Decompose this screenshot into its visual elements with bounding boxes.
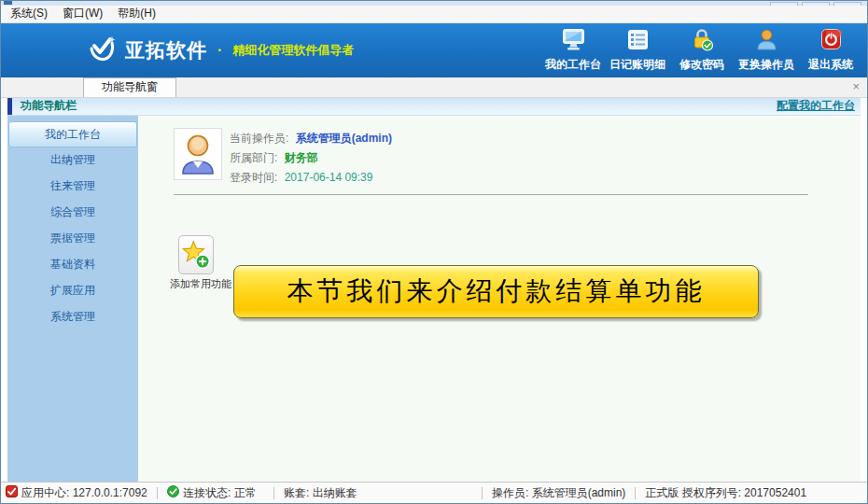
sidebar-item-contacts-management[interactable]: 往来管理 xyxy=(8,174,137,200)
workspace-main: 当前操作员: 系统管理员(admin) 所属部门: 财务部 登录时间: 2017… xyxy=(138,116,861,482)
status-bar: 应用中心: 127.0.0.1:7092 连接状态: 正常 账套: 出纳账套 操… xyxy=(1,482,867,503)
status-separator xyxy=(482,487,483,499)
app-header: 亚拓软件 · 精细化管理软件倡导者 我的工作台 xyxy=(1,23,867,77)
header-toolbar: 我的工作台 日记账明细 xyxy=(544,28,867,73)
department-value: 财务部 xyxy=(285,151,318,164)
sidebar-item-comprehensive-management[interactable]: 综合管理 xyxy=(8,200,137,226)
switch-user-icon xyxy=(754,28,779,54)
app-window: 系统(S) 窗口(W) 帮助(H) 亚拓软件 · 精细化管理软件倡导者 xyxy=(0,0,868,504)
toolbar-switch-operator-button[interactable]: 更换操作员 xyxy=(737,28,795,73)
current-operator-row: 当前操作员: 系统管理员(admin) xyxy=(230,129,392,148)
sidebar-item-system-management[interactable]: 系统管理 xyxy=(8,304,137,330)
tutorial-banner: 本节我们来介绍付款结算单功能 xyxy=(233,265,759,318)
star-plus-icon xyxy=(178,235,214,274)
tab-function-navigator[interactable]: 功能导航窗 xyxy=(83,77,176,97)
toolbar-exit-system-button[interactable]: 退出系统 xyxy=(802,28,860,73)
tab-strip: 功能导航窗 × xyxy=(1,77,867,98)
status-account-set: 账套: 出纳账套 xyxy=(284,485,416,501)
toolbar-change-password-button[interactable]: 修改密码 xyxy=(673,28,731,73)
status-license: 正式版 授权序列号: 2017052401 xyxy=(645,485,806,501)
nav-sidebar: 我的工作台 出纳管理 往来管理 综合管理 票据管理 基础资料 扩展应用 系统管理 xyxy=(7,116,138,482)
status-separator xyxy=(157,487,158,499)
status-connection: 连接状态: 正常 xyxy=(167,485,264,501)
brand-slogan: 精细化管理软件倡导者 xyxy=(232,42,354,59)
section-divider xyxy=(174,194,808,195)
sidebar-item-extended-apps[interactable]: 扩展应用 xyxy=(8,278,137,304)
ledger-icon xyxy=(625,28,651,54)
yatuo-logo-icon xyxy=(85,34,117,67)
status-separator xyxy=(635,487,636,499)
department-row: 所属部门: 财务部 xyxy=(230,148,392,168)
toolbar-journal-detail-button[interactable]: 日记账明细 xyxy=(609,28,666,73)
status-separator xyxy=(273,487,274,499)
menu-item-window[interactable]: 窗口(W) xyxy=(63,6,103,21)
window-titlebar xyxy=(1,1,867,6)
body-row: 我的工作台 出纳管理 往来管理 综合管理 票据管理 基础资料 扩展应用 系统管理… xyxy=(7,116,861,482)
sidebar-item-basic-data[interactable]: 基础资料 xyxy=(8,252,137,278)
status-operator: 操作员: 系统管理员(admin) xyxy=(492,485,625,501)
power-icon xyxy=(819,28,844,54)
panel-accent-bar xyxy=(7,97,12,115)
current-operator-value: 系统管理员(admin) xyxy=(296,132,392,145)
brand-name: 亚拓软件 xyxy=(125,37,207,63)
close-icon[interactable]: × xyxy=(852,80,860,92)
menu-bar: 系统(S) 窗口(W) 帮助(H) xyxy=(1,6,867,23)
sidebar-item-my-workspace[interactable]: 我的工作台 xyxy=(8,121,137,147)
monitor-icon xyxy=(561,28,586,54)
add-favorite-label: 添加常用功能 xyxy=(170,277,222,291)
sidebar-item-bill-management[interactable]: 票据管理 xyxy=(8,226,137,252)
add-favorite-function-button[interactable]: 添加常用功能 xyxy=(170,235,222,291)
menu-item-help[interactable]: 帮助(H) xyxy=(118,6,156,21)
app-center-icon xyxy=(6,485,18,500)
window-control-buttons[interactable] xyxy=(770,2,861,6)
brand-block: 亚拓软件 · 精细化管理软件倡导者 xyxy=(1,34,354,67)
toolbar-my-workspace-button[interactable]: 我的工作台 xyxy=(544,28,602,73)
configure-workspace-link[interactable]: 配置我的工作台 xyxy=(777,98,855,114)
sidebar-item-cashier-management[interactable]: 出纳管理 xyxy=(8,147,137,174)
login-time-value: 2017-06-14 09:39 xyxy=(285,171,373,184)
tutorial-banner-text: 本节我们来介绍付款结算单功能 xyxy=(287,273,706,309)
password-lock-icon xyxy=(690,28,715,54)
nav-panel-header: 功能导航栏 配置我的工作台 xyxy=(7,98,861,116)
nav-panel-title: 功能导航栏 xyxy=(21,98,77,114)
connection-ok-icon xyxy=(167,485,179,500)
menu-item-system[interactable]: 系统(S) xyxy=(10,6,48,21)
window-app-icon xyxy=(4,1,12,5)
status-app-center: 应用中心: 127.0.0.1:7092 xyxy=(6,485,147,501)
brand-separator: · xyxy=(217,42,222,59)
avatar xyxy=(174,128,222,180)
login-time-row: 登录时间: 2017-06-14 09:39 xyxy=(230,168,392,188)
user-info-block: 当前操作员: 系统管理员(admin) 所属部门: 财务部 登录时间: 2017… xyxy=(230,129,392,188)
